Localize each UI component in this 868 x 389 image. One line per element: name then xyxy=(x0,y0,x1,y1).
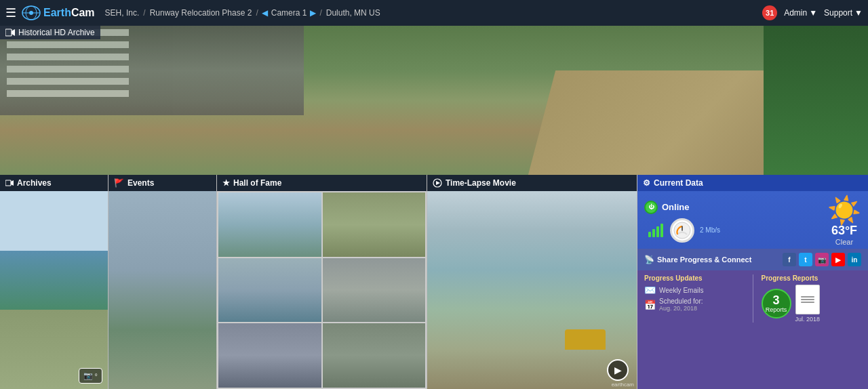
support-button[interactable]: Support ▼ xyxy=(824,8,863,18)
header: ☰ EarthCam SEH, Inc. / Runway Relocation… xyxy=(0,0,868,26)
progress-reports-title: Progress Reports xyxy=(762,274,862,282)
logo: EarthCam xyxy=(22,5,95,20)
archives-image[interactable]: 📷 ° xyxy=(0,191,108,389)
speed-label: 2 Mb/s xyxy=(700,226,720,234)
hof-title: Hall of Fame xyxy=(233,178,281,188)
share-title: Share Progress & Connect xyxy=(657,255,751,264)
events-flag-icon: 🚩 xyxy=(114,178,124,188)
instagram-icon[interactable]: 📷 xyxy=(815,253,829,266)
email-icon: ✉️ xyxy=(644,285,656,295)
timelapse-header: Time-Lapse Movie xyxy=(427,175,637,191)
online-status: Online xyxy=(662,202,689,212)
timelapse-play-icon xyxy=(433,178,442,188)
cam-prev-arrow[interactable]: ◀ xyxy=(262,8,268,18)
events-header: 🚩 Events xyxy=(108,175,216,191)
progress-section: Progress Updates ✉️ Weekly Emails 📅 Sche… xyxy=(637,270,868,389)
svg-marker-5 xyxy=(12,29,15,36)
linkedin-icon[interactable]: in xyxy=(848,253,861,266)
main-video-section: Historical HD Archive xyxy=(0,26,868,175)
scheduled-label: Scheduled for: xyxy=(659,298,703,305)
share-header: 📡 Share Progress & Connect f t 📷 ▶ in xyxy=(644,253,861,266)
hof-header: ★ Hall of Fame xyxy=(217,175,427,191)
hof-thumb-1[interactable] xyxy=(218,192,321,257)
weather-sun-icon: ☀️ xyxy=(827,197,861,224)
location-label: Duluth, MN US xyxy=(326,8,380,18)
hof-thumb-2[interactable] xyxy=(323,192,426,257)
admin-button[interactable]: Admin ▼ xyxy=(784,8,817,18)
menu-icon[interactable]: ☰ xyxy=(5,5,16,20)
scheduled-row: 📅 Scheduled for: Aug. 20, 2018 xyxy=(644,298,745,312)
archives-sky xyxy=(0,191,108,251)
social-icons: f t 📷 ▶ in xyxy=(783,253,861,266)
camera-nav[interactable]: ◀ Camera 1 ▶ xyxy=(260,8,318,18)
logo-text: EarthCam xyxy=(43,7,95,19)
reports-count-circle[interactable]: 3 Reports xyxy=(762,289,791,319)
temperature: 63°F xyxy=(831,224,857,238)
weekly-emails-label: Weekly Emails xyxy=(659,287,703,294)
facebook-icon[interactable]: f xyxy=(783,253,796,266)
reports-count: 3 xyxy=(772,294,779,306)
project-name: Runway Relocation Phase 2 xyxy=(150,8,252,18)
reports-area: 3 Reports xyxy=(762,285,862,323)
weekly-emails-row: ✉️ Weekly Emails xyxy=(644,285,745,295)
youtube-icon[interactable]: ▶ xyxy=(831,253,845,266)
share-section: 📡 Share Progress & Connect f t 📷 ▶ in xyxy=(637,249,868,270)
online-indicator: ⏻ xyxy=(644,201,658,214)
main-video-label: Historical HD Archive xyxy=(0,26,100,39)
current-data-header: ⚙ Current Data xyxy=(637,175,868,191)
svg-point-3 xyxy=(29,11,33,15)
calendar-icon: 📅 xyxy=(644,300,656,310)
play-button[interactable]: ▶ xyxy=(607,359,629,381)
svg-marker-9 xyxy=(436,181,440,185)
archives-video-icon xyxy=(5,180,14,186)
hof-star-icon: ★ xyxy=(222,178,230,188)
archives-panel: Archives 📷 ° xyxy=(0,175,108,389)
timelapse-title: Time-Lapse Movie xyxy=(446,178,516,188)
svg-rect-4 xyxy=(5,29,12,36)
hof-thumb-4[interactable] xyxy=(323,258,426,323)
hof-grid xyxy=(217,191,427,389)
hof-thumb-3[interactable] xyxy=(218,258,321,323)
reports-label: Reports xyxy=(766,306,787,313)
camera-overlay[interactable]: 📷 ° xyxy=(79,368,102,384)
scheduled-date: Aug. 20, 2018 xyxy=(659,305,703,312)
video-background xyxy=(0,26,868,175)
ec-watermark: earthcam xyxy=(612,382,634,388)
doc-lines xyxy=(801,296,814,303)
twitter-icon[interactable]: t xyxy=(799,253,812,266)
hof-thumb-6[interactable] xyxy=(323,323,426,388)
camera-icon: 📷 xyxy=(83,371,93,380)
current-data-panel: ⚙ Current Data ⏻ Online xyxy=(637,175,868,389)
company-name: SEH, Inc. xyxy=(105,8,140,18)
report-date: Jul. 2018 xyxy=(795,316,821,323)
hof-panel: ★ Hall of Fame xyxy=(217,175,427,389)
speed-meter xyxy=(670,218,694,243)
camera-label[interactable]: Camera 1 xyxy=(271,8,307,18)
runway-lines xyxy=(7,29,129,97)
current-data-title: Current Data xyxy=(654,178,703,188)
progress-updates-title: Progress Updates xyxy=(644,274,745,282)
hof-thumb-5[interactable] xyxy=(218,323,321,388)
cam-next-arrow[interactable]: ▶ xyxy=(310,8,316,18)
progress-reports-col: Progress Reports 3 Reports xyxy=(762,274,862,323)
share-antenna-icon: 📡 xyxy=(644,255,654,264)
notification-badge[interactable]: 31 xyxy=(762,5,777,20)
current-data-gear-icon: ⚙ xyxy=(643,178,650,188)
camera-degree: ° xyxy=(95,372,98,380)
timelapse-panel: Time-Lapse Movie ▶ earthcam xyxy=(427,175,637,389)
current-data-body: ⏻ Online xyxy=(637,191,868,389)
timelapse-image[interactable]: ▶ earthcam xyxy=(427,191,637,389)
progress-columns: Progress Updates ✉️ Weekly Emails 📅 Sche… xyxy=(644,274,861,323)
video-icon xyxy=(5,28,15,37)
online-row: ⏻ Online xyxy=(637,191,868,249)
bottom-panels: Archives 📷 ° 🚩 Events ★ Hall of Fame xyxy=(0,175,868,389)
events-panel: 🚩 Events xyxy=(108,175,217,389)
timelapse-machinery xyxy=(565,329,606,350)
header-right: 31 Admin ▼ Support ▼ xyxy=(762,5,863,20)
progress-updates-col: Progress Updates ✉️ Weekly Emails 📅 Sche… xyxy=(644,274,745,323)
svg-rect-6 xyxy=(5,180,11,186)
report-document[interactable] xyxy=(795,285,820,314)
events-title: Events xyxy=(127,178,154,188)
events-image[interactable] xyxy=(108,191,216,389)
archives-title: Archives xyxy=(17,178,52,188)
